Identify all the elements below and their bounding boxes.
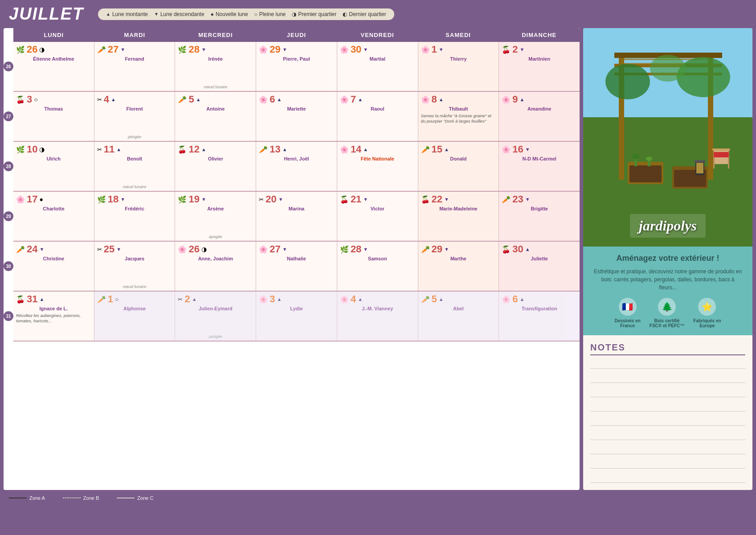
header-lundi: LUNDI bbox=[13, 28, 94, 42]
zone-b-item: Zone B bbox=[63, 495, 99, 501]
wood-icon: 🌲 bbox=[658, 298, 676, 316]
day-27-jeudi: 🌸27▼ Nathalie bbox=[256, 242, 337, 291]
notes-line-7 bbox=[590, 445, 745, 454]
ad-text: Esthétique et pratique, découvrez notre … bbox=[592, 268, 744, 292]
notes-line-8 bbox=[590, 460, 745, 469]
header-mercredi: MERCREDI bbox=[175, 28, 256, 42]
day-15-samedi: 🥕15▲ Donald bbox=[418, 142, 499, 191]
day-16-dimanche: 🌸16▼ N-D Mt-Carmel bbox=[499, 142, 580, 191]
right-panel: jardipolys Aménagez votre extérieur ! Es… bbox=[583, 28, 752, 490]
full-moon-icon: ○ bbox=[254, 11, 257, 17]
week-number-29: 29 bbox=[4, 211, 13, 221]
notes-line-2 bbox=[590, 374, 745, 383]
day-19-mercredi: 🌿19▼ Arsène apogée bbox=[175, 192, 256, 241]
day-18-mardi: 🌿18▼ Frédéric bbox=[94, 192, 176, 241]
svg-rect-27 bbox=[695, 160, 705, 162]
day-12-mercredi: 🍒12▲ Olivier bbox=[175, 142, 256, 191]
day-25-mardi: ✂25▼ Jacques nœud lunaire bbox=[94, 242, 176, 291]
day-5-mercredi: 🥕5▲ Antoine bbox=[175, 92, 256, 141]
day-10-lundi: 🌿10◑ Ulrich bbox=[13, 142, 94, 191]
header-samedi: SAMEDI bbox=[418, 28, 499, 42]
notes-line-4 bbox=[590, 403, 745, 412]
badge-france: 🇫🇷 Dessinés enFrance bbox=[614, 298, 640, 328]
calendar-wrapper: LUNDI MARDI MERCREDI JEUDI VENDREDI SAME… bbox=[4, 28, 580, 342]
day-4-aug-vendredi: 🌸4▲ J.-M. Vianney bbox=[337, 292, 418, 341]
notes-line-5 bbox=[590, 417, 745, 426]
header-mardi: MARDI bbox=[94, 28, 176, 42]
day-4-mardi: ✂4▲ Florent périgée bbox=[94, 92, 176, 141]
moon-legend-descendante: ▼ Lune descendante bbox=[154, 11, 204, 17]
day-30-dimanche: 🍒30▲ Juliette bbox=[499, 242, 580, 291]
zone-c-item: Zone C bbox=[117, 495, 153, 501]
day-24-lundi: 🥕24▼ Christine bbox=[13, 242, 94, 291]
notes-line-3 bbox=[590, 388, 745, 397]
week-31-row: 31 🍒31▲ Ignace de L. Récoltez les auberg… bbox=[13, 292, 580, 342]
garden-image: jardipolys bbox=[583, 28, 752, 247]
zones-bar: Zone A Zone B Zone C bbox=[0, 494, 756, 502]
day-3-lundi: 🍒3○ Thomas bbox=[13, 92, 94, 141]
badge-fsc: 🌲 Bois certifiéFSC® et PEFC™ bbox=[650, 298, 685, 328]
top-bar: JUILLET ▲ Lune montante ▼ Lune descendan… bbox=[0, 0, 756, 28]
ad-badges: 🇫🇷 Dessinés enFrance 🌲 Bois certifiéFSC®… bbox=[592, 298, 744, 328]
day-27-jun-mardi: 🥕27▼ Fernand bbox=[94, 42, 176, 91]
main-content: LUNDI MARDI MERCREDI JEUDI VENDREDI SAME… bbox=[0, 28, 756, 494]
badge-europe: ⭐ Fabriqués enEurope bbox=[693, 298, 721, 328]
month-title: JUILLET bbox=[9, 4, 89, 24]
day-31-lundi: 🍒31▲ Ignace de L. Récoltez les aubergine… bbox=[13, 292, 94, 341]
day-29-jun-jeudi: 🌸29▼ Pierre, Paul bbox=[256, 42, 337, 91]
moon-legend-dernier: ◐ Dernier quartier bbox=[343, 11, 386, 17]
svg-point-17 bbox=[632, 154, 639, 159]
week-number-26: 26 bbox=[4, 62, 13, 71]
svg-rect-14 bbox=[629, 165, 662, 182]
day-3-aug-jeudi: 🌸3▲ Lydie bbox=[256, 292, 337, 341]
new-moon-icon: ● bbox=[211, 11, 214, 17]
day-22-samedi: 🍒22▼ Marie-Madeleine bbox=[418, 192, 499, 241]
zone-a-line bbox=[9, 498, 27, 498]
notes-lines bbox=[590, 360, 745, 483]
garden-photo: jardipolys bbox=[583, 28, 752, 247]
calendar-section: LUNDI MARDI MERCREDI JEUDI VENDREDI SAME… bbox=[4, 28, 580, 490]
day-8-samedi: 🌸8▲ Thibault Semez la mâche "à Grosse gr… bbox=[418, 92, 499, 141]
notes-title: NOTES bbox=[590, 342, 745, 355]
moon-legend-montante: ▲ Lune montante bbox=[106, 11, 148, 17]
day-13-jeudi: 🥕13▲ Henri, Joël bbox=[256, 142, 337, 191]
brand-name: jardipolys bbox=[639, 218, 697, 234]
week-27-row: 27 🍒3○ Thomas ✂4▲ Florent périgée 🥕5▲ An… bbox=[13, 92, 580, 142]
day-7-vendredi: 🌸7▲ Raoul bbox=[337, 92, 418, 141]
ad-title: Aménagez votre extérieur ! bbox=[592, 254, 744, 263]
zone-c-line bbox=[117, 498, 135, 498]
notes-line-6 bbox=[590, 431, 745, 440]
day-1-jul-samedi: 🌸1▼ Thierry bbox=[418, 42, 499, 91]
moon-legend-premier: ◑ Premier quartier bbox=[292, 11, 336, 17]
svg-point-9 bbox=[605, 64, 650, 99]
week-number-28: 28 bbox=[4, 161, 13, 171]
zone-c-label: Zone C bbox=[137, 495, 153, 501]
day-20-jeudi: ✂20▼ Marina bbox=[256, 192, 337, 241]
week-28-row: 28 🌿10◑ Ulrich ✂11▲ Benoît nœud lunaire … bbox=[13, 142, 580, 192]
first-quarter-icon: ◑ bbox=[292, 11, 296, 17]
notes-line-1 bbox=[590, 360, 745, 369]
week-29-row: 29 🌸17● Charlotte 🌿18▼ Frédéric 🌿19▼ Ars… bbox=[13, 192, 580, 242]
day-26-mercredi: 🌸26◑ Anne, Joachim bbox=[175, 242, 256, 291]
header-vendredi: VENDREDI bbox=[337, 28, 418, 42]
moon-legend-nouvelle: ● Nouvelle lune bbox=[211, 11, 248, 17]
day-5-aug-samedi: 🥕5▲ Abel bbox=[418, 292, 499, 341]
day-6-aug-dimanche: 🌸6▲ Transfiguration bbox=[499, 292, 580, 341]
day-30-jun-vendredi: 🌸30▼ Martial bbox=[337, 42, 418, 91]
week-30-row: 30 🥕24▼ Christine ✂25▼ Jacques nœud luna… bbox=[13, 242, 580, 292]
moon-down-icon: ▼ bbox=[154, 12, 159, 16]
day-2-aug-mercredi: ✂2▲ Julien-Eymard périgée bbox=[175, 292, 256, 341]
svg-point-10 bbox=[677, 57, 730, 97]
week-number-27: 27 bbox=[4, 111, 13, 121]
svg-rect-20 bbox=[712, 148, 730, 151]
day-26-jun-lundi: 🌿26◑ Étienne Anthelme bbox=[13, 42, 94, 91]
calendar-header: LUNDI MARDI MERCREDI JEUDI VENDREDI SAME… bbox=[13, 28, 580, 42]
france-icon: 🇫🇷 bbox=[619, 298, 637, 316]
moon-legend: ▲ Lune montante ▼ Lune descendante ● Nou… bbox=[98, 8, 394, 20]
notes-line-9 bbox=[590, 474, 745, 483]
svg-point-11 bbox=[650, 55, 686, 82]
day-14-vendredi: 🌸14▲ Fête Nationale bbox=[337, 142, 418, 191]
moon-legend-pleine: ○ Pleine lune bbox=[254, 11, 286, 17]
day-9-dimanche: 🌸9▲ Amandine bbox=[499, 92, 580, 141]
week-26-row: 26 🌿26◑ Étienne Anthelme 🥕27▼ Fernand 🌿2… bbox=[13, 42, 580, 92]
